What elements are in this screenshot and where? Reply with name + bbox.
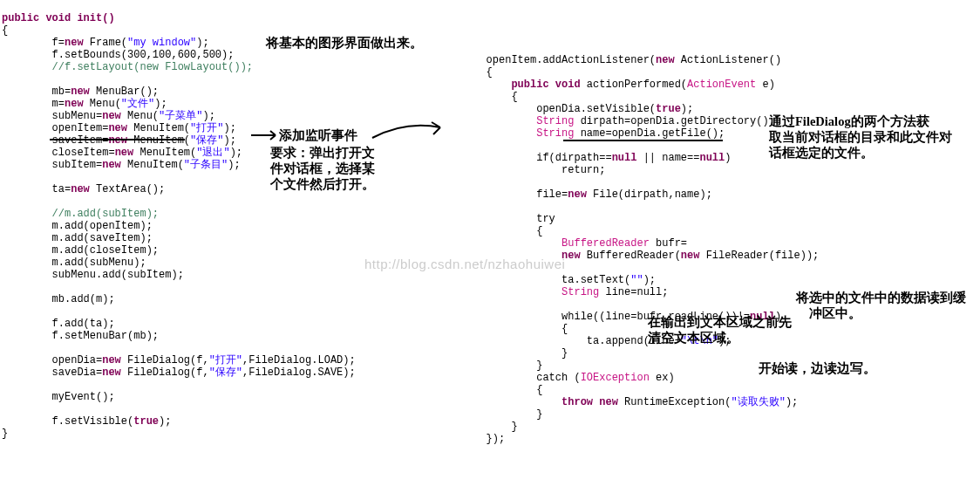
t: }: [436, 408, 542, 421]
t: true: [656, 103, 681, 115]
underline: [50, 139, 185, 140]
t: || name==: [636, 152, 699, 164]
t: m=: [2, 98, 65, 110]
t: MenuItem(: [133, 147, 196, 159]
t: f=: [2, 37, 65, 49]
t: //f.setLayout(new FlowLayout());: [2, 61, 253, 73]
t: [436, 127, 536, 140]
t: ActionEvent: [687, 79, 756, 91]
annotation-add-listener: 添加监听事件: [279, 127, 357, 143]
arrow-icon: [249, 129, 284, 141]
t: {: [436, 66, 493, 79]
annotation-read-write: 开始读，边读边写。: [759, 360, 876, 376]
t: [436, 115, 536, 127]
t: new: [65, 98, 84, 110]
t: ta=: [2, 183, 71, 195]
t: throw: [436, 396, 599, 408]
watermark: http://blog.csdn.net/nzhaohuiwei: [364, 257, 565, 271]
t: closeItem=: [2, 147, 115, 159]
t: ,FileDialog.LOAD);: [242, 354, 356, 366]
t: saveItem=: [2, 134, 108, 147]
annotation-requirement: 要求：弹出打开文 件对话框，选择某 个文件然后打开。: [270, 145, 375, 192]
t: String: [561, 286, 599, 298]
t: mb.add(m);: [2, 293, 115, 305]
t: );: [196, 37, 208, 49]
t: );: [223, 134, 235, 147]
t: }: [436, 347, 568, 360]
t: new: [102, 366, 121, 379]
t: actionPerformed(: [581, 79, 687, 91]
t: bufr=: [650, 237, 687, 250]
t: "my window": [127, 37, 196, 49]
t: String: [536, 127, 574, 140]
t: TextArea();: [90, 183, 165, 195]
t: new: [108, 134, 127, 147]
t: e): [756, 79, 775, 91]
t: new: [102, 354, 121, 366]
t: //m.add(subItem);: [2, 208, 159, 220]
t: dirpath=openDia.getDirectory();: [574, 115, 774, 127]
t: return;: [436, 164, 605, 176]
t: );: [681, 103, 693, 115]
t: FileReader(file));: [699, 250, 819, 262]
t: );: [154, 98, 167, 110]
t: );: [230, 147, 242, 159]
t: "打开": [190, 122, 223, 134]
t: {: [436, 384, 542, 396]
t: );: [786, 396, 798, 408]
t: file=: [436, 188, 568, 201]
t: );: [223, 122, 235, 134]
t: new: [656, 54, 675, 66]
t: new: [599, 396, 618, 408]
t: m.add(subMenu);: [2, 257, 146, 269]
t: }: [436, 421, 518, 433]
t: Menu(: [121, 110, 159, 122]
t: new: [568, 188, 587, 201]
t: "打开": [209, 354, 242, 366]
t: new: [102, 110, 121, 122]
t: "退出": [196, 147, 229, 159]
t: ): [725, 152, 731, 164]
t: IOException: [581, 372, 650, 384]
t: ActionListener(): [675, 54, 781, 66]
t: new: [71, 183, 90, 195]
t: f.add(ta);: [2, 318, 115, 330]
t: new: [65, 37, 84, 49]
t: new: [108, 122, 127, 134]
t: line=null;: [599, 286, 668, 298]
t: MenuItem(: [121, 159, 184, 171]
t: }: [436, 360, 542, 372]
t: public void: [436, 79, 581, 91]
t: {: [436, 225, 542, 237]
t: ta.setText(: [436, 274, 630, 286]
t: catch (: [436, 372, 581, 384]
t: BufferedReader: [561, 237, 650, 250]
t: "文件": [121, 98, 154, 110]
t: "子条目": [184, 159, 228, 171]
annotation-basic-gui: 将基本的图形界面做出来。: [266, 35, 423, 51]
t: ,FileDialog.SAVE);: [242, 366, 356, 379]
t: true: [133, 415, 159, 428]
t: "读取失败": [731, 396, 785, 408]
t: BufferedReader(: [581, 250, 681, 262]
t: );: [228, 159, 240, 171]
t: );: [159, 415, 171, 428]
t: {: [436, 91, 518, 103]
t: m.add(closeItem);: [2, 244, 159, 257]
t: "保存": [209, 366, 242, 379]
t: null: [699, 152, 725, 164]
annotation-filedialog: 通过FileDialog的两个方法获 取当前对话框的目录和此文件对 话框选定的文…: [769, 113, 952, 161]
t: subMenu.add(subItem);: [2, 269, 184, 281]
t: new: [115, 147, 134, 159]
left-code: public void init() { f=new Frame("my win…: [2, 0, 356, 440]
t: null: [612, 152, 637, 164]
annotation-read-to-buffer: 将选中的文件中的数据读到缓 冲区中。: [796, 290, 966, 321]
t: f.setBounds(300,100,600,500);: [2, 49, 234, 61]
t: [436, 237, 561, 250]
underline: [563, 140, 723, 141]
t: subItem=: [2, 159, 102, 171]
t: "子菜单": [159, 110, 202, 122]
t: if(dirpath==: [436, 152, 612, 164]
t: MenuItem(: [127, 122, 190, 134]
t: FileDialog(f,: [121, 354, 209, 366]
